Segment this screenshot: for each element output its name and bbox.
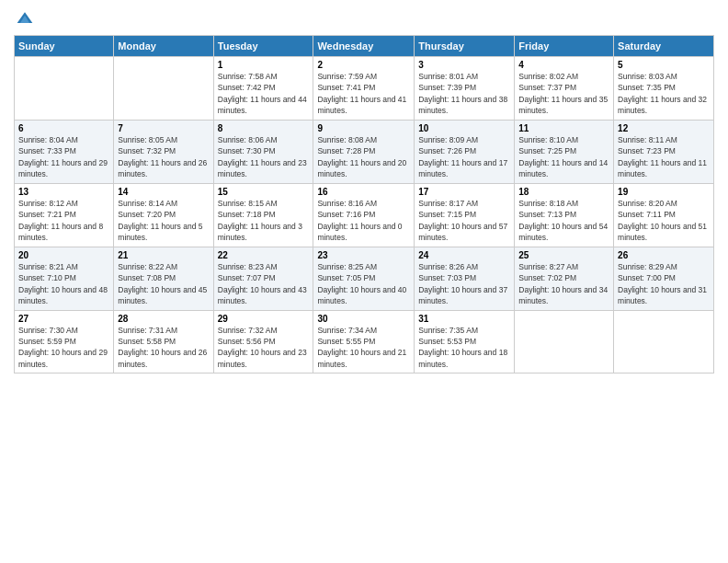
day-number: 22 [218, 250, 310, 260]
day-number: 6 [18, 123, 109, 133]
day-number: 29 [218, 314, 310, 324]
day-info: Sunrise: 8:04 AM Sunset: 7:33 PM Dayligh… [18, 135, 108, 178]
calendar-body: 1Sunrise: 7:58 AM Sunset: 7:42 PM Daylig… [15, 57, 714, 373]
day-info: Sunrise: 8:17 AM Sunset: 7:15 PM Dayligh… [418, 199, 507, 242]
day-number: 31 [418, 314, 510, 324]
day-info: Sunrise: 8:10 AM Sunset: 7:25 PM Dayligh… [518, 135, 608, 178]
page: SundayMondayTuesdayWednesdayThursdayFrid… [0, 0, 728, 563]
calendar-cell: 7Sunrise: 8:05 AM Sunset: 7:32 PM Daylig… [114, 120, 213, 183]
calendar-cell: 19Sunrise: 8:20 AM Sunset: 7:11 PM Dayli… [614, 183, 714, 247]
day-number: 2 [317, 60, 410, 70]
day-number: 19 [618, 187, 710, 197]
logo [14, 9, 34, 28]
calendar-cell: 1Sunrise: 7:58 AM Sunset: 7:42 PM Daylig… [213, 57, 313, 121]
calendar-cell: 21Sunrise: 8:22 AM Sunset: 7:08 PM Dayli… [114, 247, 213, 310]
day-info: Sunrise: 8:27 AM Sunset: 7:02 PM Dayligh… [518, 262, 608, 305]
calendar-cell: 24Sunrise: 8:26 AM Sunset: 7:03 PM Dayli… [415, 247, 515, 310]
day-info: Sunrise: 8:23 AM Sunset: 7:07 PM Dayligh… [218, 262, 307, 305]
day-info: Sunrise: 7:30 AM Sunset: 5:59 PM Dayligh… [18, 326, 108, 369]
calendar-cell: 4Sunrise: 8:02 AM Sunset: 7:37 PM Daylig… [515, 57, 614, 121]
calendar-cell: 25Sunrise: 8:27 AM Sunset: 7:02 PM Dayli… [515, 247, 614, 310]
day-info: Sunrise: 7:31 AM Sunset: 5:58 PM Dayligh… [118, 326, 207, 369]
day-number: 3 [418, 60, 510, 70]
calendar-week-1: 6Sunrise: 8:04 AM Sunset: 7:33 PM Daylig… [15, 120, 714, 183]
day-number: 25 [518, 250, 609, 260]
day-info: Sunrise: 7:58 AM Sunset: 7:42 PM Dayligh… [218, 72, 307, 115]
day-info: Sunrise: 8:03 AM Sunset: 7:35 PM Dayligh… [618, 72, 707, 115]
day-number: 14 [118, 187, 209, 197]
day-number: 9 [317, 123, 410, 133]
day-info: Sunrise: 8:26 AM Sunset: 7:03 PM Dayligh… [418, 262, 507, 305]
day-number: 27 [18, 314, 109, 324]
calendar-cell: 10Sunrise: 8:09 AM Sunset: 7:26 PM Dayli… [415, 120, 515, 183]
day-number: 11 [518, 123, 609, 133]
calendar-week-4: 27Sunrise: 7:30 AM Sunset: 5:59 PM Dayli… [15, 310, 714, 373]
column-header-friday: Friday [515, 36, 614, 57]
calendar-cell: 9Sunrise: 8:08 AM Sunset: 7:28 PM Daylig… [313, 120, 415, 183]
day-info: Sunrise: 7:35 AM Sunset: 5:53 PM Dayligh… [418, 326, 507, 369]
day-number: 23 [317, 250, 410, 260]
calendar-cell: 29Sunrise: 7:32 AM Sunset: 5:56 PM Dayli… [213, 310, 313, 373]
day-info: Sunrise: 8:06 AM Sunset: 7:30 PM Dayligh… [218, 135, 307, 178]
day-info: Sunrise: 8:21 AM Sunset: 7:10 PM Dayligh… [18, 262, 108, 305]
day-number: 20 [18, 250, 109, 260]
header [14, 9, 714, 28]
day-info: Sunrise: 8:25 AM Sunset: 7:05 PM Dayligh… [317, 262, 406, 305]
day-number: 1 [218, 60, 310, 70]
column-header-thursday: Thursday [415, 36, 515, 57]
calendar-cell: 23Sunrise: 8:25 AM Sunset: 7:05 PM Dayli… [313, 247, 415, 310]
calendar-cell: 28Sunrise: 7:31 AM Sunset: 5:58 PM Dayli… [114, 310, 213, 373]
calendar-week-2: 13Sunrise: 8:12 AM Sunset: 7:21 PM Dayli… [15, 183, 714, 247]
day-info: Sunrise: 8:15 AM Sunset: 7:18 PM Dayligh… [218, 199, 302, 242]
day-number: 17 [418, 187, 510, 197]
calendar-cell: 17Sunrise: 8:17 AM Sunset: 7:15 PM Dayli… [415, 183, 515, 247]
day-number: 18 [518, 187, 609, 197]
calendar-cell: 13Sunrise: 8:12 AM Sunset: 7:21 PM Dayli… [15, 183, 114, 247]
calendar-week-3: 20Sunrise: 8:21 AM Sunset: 7:10 PM Dayli… [15, 247, 714, 310]
day-info: Sunrise: 8:12 AM Sunset: 7:21 PM Dayligh… [18, 199, 103, 242]
column-header-sunday: Sunday [15, 36, 114, 57]
day-info: Sunrise: 8:20 AM Sunset: 7:11 PM Dayligh… [618, 199, 707, 242]
day-info: Sunrise: 8:18 AM Sunset: 7:13 PM Dayligh… [518, 199, 608, 242]
day-number: 28 [118, 314, 209, 324]
calendar-cell: 16Sunrise: 8:16 AM Sunset: 7:16 PM Dayli… [313, 183, 415, 247]
calendar-cell: 27Sunrise: 7:30 AM Sunset: 5:59 PM Dayli… [15, 310, 114, 373]
day-info: Sunrise: 8:01 AM Sunset: 7:39 PM Dayligh… [418, 72, 507, 115]
day-number: 15 [218, 187, 310, 197]
calendar-cell: 31Sunrise: 7:35 AM Sunset: 5:53 PM Dayli… [415, 310, 515, 373]
calendar-cell: 30Sunrise: 7:34 AM Sunset: 5:55 PM Dayli… [313, 310, 415, 373]
calendar-week-0: 1Sunrise: 7:58 AM Sunset: 7:42 PM Daylig… [15, 57, 714, 121]
calendar-cell: 6Sunrise: 8:04 AM Sunset: 7:33 PM Daylig… [15, 120, 114, 183]
calendar-cell: 2Sunrise: 7:59 AM Sunset: 7:41 PM Daylig… [313, 57, 415, 121]
day-info: Sunrise: 8:02 AM Sunset: 7:37 PM Dayligh… [518, 72, 608, 115]
day-info: Sunrise: 8:09 AM Sunset: 7:26 PM Dayligh… [418, 135, 507, 178]
day-number: 30 [317, 314, 410, 324]
column-header-monday: Monday [114, 36, 213, 57]
calendar-cell: 20Sunrise: 8:21 AM Sunset: 7:10 PM Dayli… [15, 247, 114, 310]
calendar-cell: 12Sunrise: 8:11 AM Sunset: 7:23 PM Dayli… [614, 120, 714, 183]
day-number: 13 [18, 187, 109, 197]
calendar-cell: 14Sunrise: 8:14 AM Sunset: 7:20 PM Dayli… [114, 183, 213, 247]
column-header-wednesday: Wednesday [313, 36, 415, 57]
day-number: 12 [618, 123, 710, 133]
column-header-tuesday: Tuesday [213, 36, 313, 57]
calendar-cell [114, 57, 213, 121]
day-info: Sunrise: 8:11 AM Sunset: 7:23 PM Dayligh… [618, 135, 707, 178]
calendar-cell: 8Sunrise: 8:06 AM Sunset: 7:30 PM Daylig… [213, 120, 313, 183]
calendar-cell: 11Sunrise: 8:10 AM Sunset: 7:25 PM Dayli… [515, 120, 614, 183]
calendar-cell: 5Sunrise: 8:03 AM Sunset: 7:35 PM Daylig… [614, 57, 714, 121]
calendar-cell: 15Sunrise: 8:15 AM Sunset: 7:18 PM Dayli… [213, 183, 313, 247]
calendar-cell: 22Sunrise: 8:23 AM Sunset: 7:07 PM Dayli… [213, 247, 313, 310]
day-info: Sunrise: 7:32 AM Sunset: 5:56 PM Dayligh… [218, 326, 307, 369]
day-info: Sunrise: 8:05 AM Sunset: 7:32 PM Dayligh… [118, 135, 207, 178]
day-info: Sunrise: 8:29 AM Sunset: 7:00 PM Dayligh… [618, 262, 707, 305]
day-info: Sunrise: 7:34 AM Sunset: 5:55 PM Dayligh… [317, 326, 406, 369]
day-info: Sunrise: 8:14 AM Sunset: 7:20 PM Dayligh… [118, 199, 202, 242]
calendar-cell [15, 57, 114, 121]
day-number: 21 [118, 250, 209, 260]
calendar-table: SundayMondayTuesdayWednesdayThursdayFrid… [14, 35, 714, 373]
calendar-cell: 3Sunrise: 8:01 AM Sunset: 7:39 PM Daylig… [415, 57, 515, 121]
day-info: Sunrise: 7:59 AM Sunset: 7:41 PM Dayligh… [317, 72, 406, 115]
day-number: 8 [218, 123, 310, 133]
day-number: 24 [418, 250, 510, 260]
